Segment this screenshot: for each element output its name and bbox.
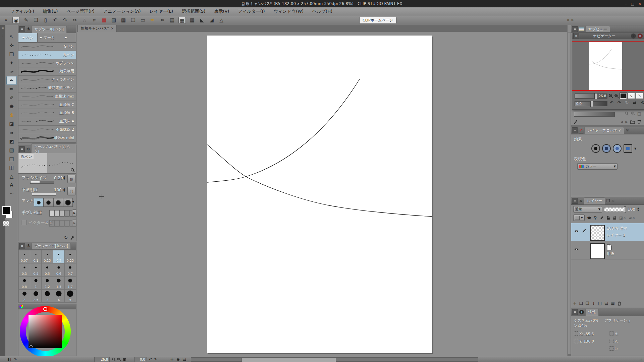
stabilization-level[interactable] — [49, 210, 74, 217]
layer-property-menu-icon[interactable]: ≡ — [572, 127, 578, 133]
layers-tab3-icon[interactable]: ≋ — [611, 198, 615, 203]
menu-page[interactable]: ページ管理(P) — [62, 8, 99, 14]
navigator-rotate-slider[interactable]: 0.0 — [575, 101, 607, 106]
layer-opacity-value[interactable]: 100 — [628, 207, 635, 212]
gradient-tool[interactable]: ▧ — [6, 146, 17, 155]
status-zoom-in-icon[interactable] — [117, 357, 121, 361]
subtool-blood-b[interactable]: 血飛沫 B — [18, 109, 76, 117]
guide-icon[interactable]: ▤ — [169, 17, 175, 23]
color-wheel-tab-icon[interactable] — [19, 305, 23, 308]
new-vector-layer-icon[interactable]: ❏ — [579, 301, 583, 306]
subview-next-icon[interactable]: ▶ — [625, 120, 628, 124]
paper-visible-icon[interactable] — [574, 247, 579, 251]
layers-tab2-icon[interactable]: ❐ — [606, 198, 610, 203]
decoration-tool[interactable]: ❋ — [6, 111, 17, 120]
status-zoom-out-icon[interactable] — [112, 357, 116, 361]
frame-border-tool[interactable]: ◫ — [6, 163, 17, 172]
status-tool-icon[interactable]: ◧ — [7, 357, 11, 362]
undo-icon[interactable]: ↶ — [52, 17, 59, 23]
canvas-tab-close-icon[interactable]: × — [111, 26, 114, 30]
snap-c-icon[interactable]: △ — [218, 17, 225, 23]
delete-layer-icon[interactable] — [618, 301, 621, 306]
effect-more-icon[interactable]: ▼ — [634, 147, 636, 150]
grid-a-icon[interactable]: ▦ — [178, 17, 186, 24]
pattern-icon[interactable]: ▦ — [120, 17, 127, 23]
layer-color-icon[interactable] — [613, 144, 622, 153]
clip-homepage-button[interactable]: CLIPホームページ — [359, 17, 396, 24]
navigator-menu-icon[interactable]: ≡ — [573, 33, 579, 39]
layer-thumbnail[interactable] — [590, 225, 605, 241]
navigator-zoom-slider[interactable]: 26.8 — [575, 94, 607, 99]
grid-b-icon[interactable]: ▦ — [189, 17, 196, 23]
menu-view[interactable]: 表示(V) — [210, 8, 233, 14]
tone-effect-icon[interactable] — [602, 144, 611, 153]
vector-snap-checkbox[interactable] — [21, 220, 26, 225]
canvas-tab[interactable]: 新規キャンバス* × — [78, 25, 117, 32]
new-page-icon[interactable]: ▯ — [42, 17, 49, 23]
navigator-reset-rotation-icon[interactable]: ↻ — [624, 100, 630, 105]
brush-size-panel-menu-icon[interactable]: ≡ — [19, 243, 25, 249]
status-brush-icon[interactable]: ✎ — [14, 357, 17, 362]
stabilization-expand-button[interactable]: ▶ — [72, 209, 77, 217]
figure-tool[interactable]: □ — [6, 155, 17, 163]
info-menu-icon[interactable]: ≡ — [572, 309, 578, 315]
line-correction-tool[interactable]: ~ — [6, 189, 17, 198]
navigator-flip-v-icon[interactable]: ⟍ — [636, 93, 643, 99]
anti-alias-strong[interactable] — [63, 198, 73, 207]
navigator-mirror-icon[interactable]: ⇄ — [632, 100, 638, 105]
fill-tool[interactable]: ◩ — [6, 137, 17, 146]
blend-tool[interactable]: ≈ — [6, 128, 17, 137]
hue-marker[interactable] — [43, 307, 47, 311]
draw-target-icon[interactable] — [600, 216, 604, 220]
new-folder-icon[interactable]: ❐ — [586, 301, 589, 306]
layer-name[interactable]: レイヤー 1 — [607, 233, 625, 238]
menu-filter[interactable]: フィルター(I) — [233, 8, 269, 14]
new-layer-icon[interactable]: ✛ — [573, 301, 577, 306]
navigator-minimize-icon[interactable]: – — [631, 34, 636, 39]
subtool-blood-mix[interactable]: 血飛沫 mix — [18, 93, 76, 101]
subtool-panel-menu-icon[interactable]: ≡ — [19, 26, 25, 32]
expression-color-dropdown[interactable]: カラー ▼ — [577, 163, 618, 170]
navigator-rotate-left-icon[interactable]: ↶ — [608, 100, 614, 105]
menu-edit[interactable]: 編集(E) — [39, 8, 62, 14]
status-rotate-right-icon[interactable]: ↷ — [154, 357, 157, 362]
brush-size-pressure-button[interactable]: ◍ — [67, 175, 75, 183]
menu-layer[interactable]: レイヤー(L) — [145, 8, 177, 14]
subtool-maru-pen[interactable]: 丸ペン — [18, 51, 76, 59]
navigator-flip-h-icon[interactable]: ↘ — [628, 93, 635, 99]
subtool-blood-a[interactable]: 血飛沫 A — [18, 117, 76, 126]
layer-row[interactable]: 100 % 通常 レイヤー 1 — [571, 223, 644, 241]
text-tool[interactable]: A — [6, 181, 17, 189]
navigator-reset-display-icon[interactable]: ⟲ — [639, 100, 644, 105]
clip-below-icon[interactable]: ◪× — [619, 216, 626, 220]
layer-mask-icon[interactable]: ⬬ — [587, 215, 591, 221]
scatter-icon[interactable]: ∴ — [81, 17, 88, 23]
status-zoom-value[interactable]: 26.8 — [94, 357, 110, 362]
brush-size-spinner[interactable]: ▲▼ — [63, 176, 65, 180]
subview-import-icon[interactable] — [630, 120, 635, 124]
layer-move-tool[interactable]: ✛ — [6, 41, 17, 50]
clip-studio-home-icon[interactable]: ◉ — [12, 17, 20, 24]
preview-magnifier-icon[interactable] — [70, 168, 75, 173]
tool-property-settings-icon[interactable] — [70, 235, 75, 240]
navigator-window[interactable]: ≡ ナビゲーター – × 26.8 ↘ ⟍ 0.0 ↶ ↷ — [572, 32, 644, 110]
subtool-scatter-mini[interactable]: 飛散布-mini — [18, 134, 76, 142]
ruler-layer-icon[interactable]: ⚲ — [594, 215, 597, 220]
subview-zoom-out-icon[interactable] — [625, 111, 629, 116]
auto-select-tool[interactable]: ✦ — [6, 59, 17, 67]
pencil-tool[interactable]: ✏ — [6, 85, 17, 94]
navigator-thumbnail[interactable] — [589, 42, 622, 90]
canvas-area[interactable] — [77, 32, 568, 356]
anti-alias-none[interactable] — [34, 198, 44, 207]
subtool-g-pen[interactable]: Gペン — [18, 43, 76, 51]
maximize-button[interactable]: □ — [631, 2, 634, 6]
subtool-tab-extra[interactable]: ✒ — [57, 33, 76, 42]
navigator-rotate-right-icon[interactable]: ↷ — [616, 100, 622, 105]
brush-preview-box[interactable]: 丸ペン — [18, 153, 76, 174]
anti-alias-dropdown-icon[interactable]: ▼ — [72, 200, 74, 203]
subview-zoom-in-icon[interactable] — [631, 111, 635, 116]
extract-line-icon[interactable] — [624, 144, 632, 153]
vector-snap-expand-button[interactable]: ▶ — [72, 220, 77, 227]
menu-file[interactable]: ファイル(F) — [6, 8, 39, 14]
subview-menu-icon[interactable]: ≡ — [572, 26, 578, 32]
